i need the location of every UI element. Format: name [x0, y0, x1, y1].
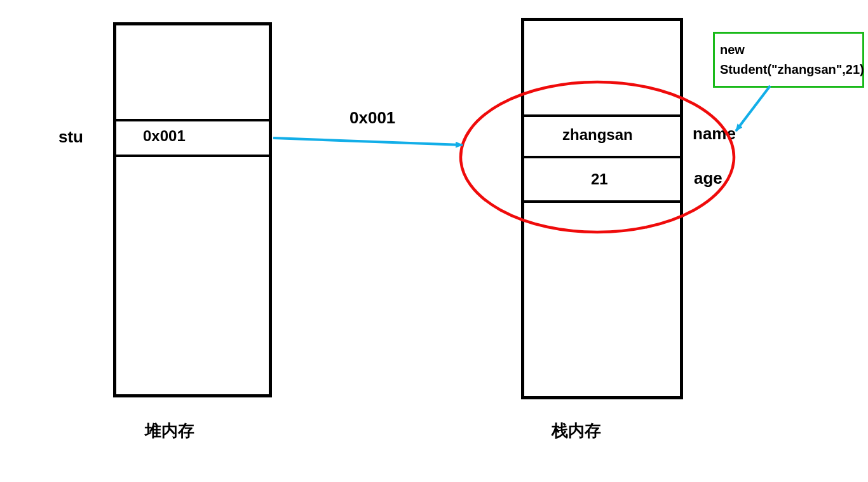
- right-row2-bottom: [524, 200, 680, 203]
- right-row2-label: age: [694, 169, 722, 188]
- left-cell-value: 0x001: [143, 127, 186, 145]
- right-row1-top: [524, 114, 680, 117]
- right-row1-label: name: [693, 124, 736, 144]
- left-cell-bottom-line: [116, 155, 269, 157]
- diagram-stage: stu 0x001 堆内存 zhangsan name 21 age 栈内存 0…: [0, 0, 868, 482]
- code-line-1: new: [720, 40, 857, 60]
- arrow-label: 0x001: [349, 108, 395, 128]
- code-arrow: [736, 86, 770, 131]
- code-line-2: Student("zhangsan",21): [720, 60, 857, 79]
- right-row1-value: zhangsan: [562, 126, 633, 144]
- right-caption: 栈内存: [552, 420, 601, 442]
- left-caption: 堆内存: [145, 420, 194, 442]
- right-memory-box: [521, 18, 683, 399]
- left-var-name: stu: [58, 127, 83, 147]
- pointer-arrow: [273, 138, 463, 145]
- left-memory-box: [113, 22, 272, 397]
- right-row2-value: 21: [591, 170, 608, 188]
- code-box: new Student("zhangsan",21): [713, 32, 864, 88]
- left-cell-top-line: [116, 119, 269, 121]
- right-row-mid: [524, 156, 680, 158]
